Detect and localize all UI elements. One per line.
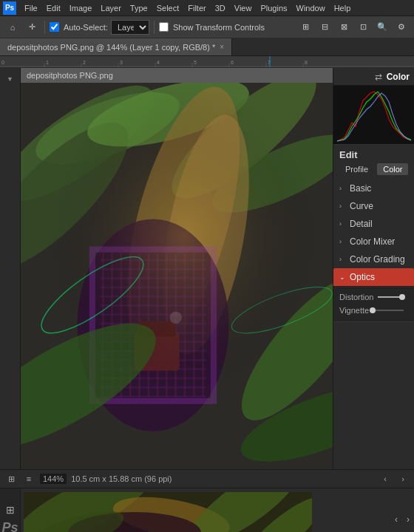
nav-next-icon[interactable]: › bbox=[396, 472, 410, 485]
zoom-display: 144% bbox=[40, 474, 67, 484]
svg-text:3: 3 bbox=[120, 60, 123, 65]
menu-select[interactable]: Select bbox=[153, 2, 183, 14]
section-color-grading[interactable]: › Color Grading bbox=[333, 250, 414, 268]
basic-label: Basic bbox=[350, 183, 408, 194]
color-grading-label: Color Grading bbox=[350, 254, 408, 265]
thumb-svg bbox=[24, 492, 312, 532]
search-btn[interactable]: 🔍 bbox=[374, 19, 390, 35]
transform-checkbox[interactable] bbox=[159, 22, 169, 32]
svg-rect-53 bbox=[24, 492, 312, 532]
fit-icon[interactable]: ⊞ bbox=[4, 472, 18, 485]
edit-panel: Edit Profile Color › Basic › Curve › Det… bbox=[333, 145, 414, 469]
autoselect-label: Auto-Select: bbox=[64, 23, 108, 32]
basic-chevron: › bbox=[339, 185, 347, 192]
color-mixer-chevron: › bbox=[339, 238, 347, 245]
distortion-label: Distortion bbox=[339, 293, 373, 301]
tab-close-button[interactable]: × bbox=[220, 43, 224, 51]
vignette-label: Vignette bbox=[339, 306, 369, 315]
thumb-nav-prev[interactable]: ‹ bbox=[390, 488, 402, 532]
main-area: ▼ depositphotos PNG.png bbox=[0, 68, 414, 469]
menu-image[interactable]: Image bbox=[66, 2, 96, 14]
distortion-thumb[interactable] bbox=[399, 294, 405, 300]
canvas-title: depositphotos PNG.png bbox=[27, 71, 113, 80]
svg-text:8: 8 bbox=[305, 60, 308, 65]
layers-icon[interactable]: ≡ bbox=[22, 472, 35, 485]
arrange-btn1[interactable]: ⊞ bbox=[297, 19, 313, 35]
optics-chevron: ⌄ bbox=[339, 273, 347, 281]
menu-3d[interactable]: 3D bbox=[211, 2, 229, 14]
section-curve[interactable]: › Curve bbox=[333, 197, 414, 215]
color-panel-tab[interactable]: Color bbox=[387, 72, 410, 82]
thumb-icon-ps[interactable]: Ps bbox=[1, 520, 18, 533]
vignette-row: Vignette bbox=[339, 304, 408, 317]
section-detail[interactable]: › Detail bbox=[333, 215, 414, 233]
thumb-left-tools: ⊞ Ps bbox=[0, 488, 21, 532]
menu-plugins[interactable]: Plugins bbox=[257, 2, 291, 14]
left-ruler-toggle[interactable]: ▼ bbox=[2, 71, 18, 87]
menu-help[interactable]: Help bbox=[330, 2, 355, 14]
bottom-strip: ⊞ ≡ 144% 10.5 cm x 15.88 cm (96 ppi) ‹ › bbox=[0, 469, 414, 488]
options-btn[interactable]: ⚙ bbox=[393, 19, 410, 35]
canvas-image bbox=[21, 83, 333, 469]
histogram bbox=[333, 86, 414, 145]
thumb-content: 144% bbox=[21, 488, 390, 532]
color-tab[interactable]: Color bbox=[377, 163, 408, 175]
distortion-slider[interactable] bbox=[378, 296, 404, 298]
menu-view[interactable]: View bbox=[231, 2, 256, 14]
section-optics[interactable]: ⌄ Optics bbox=[333, 268, 414, 286]
toolbar: ⌂ ✛ Auto-Select: Layer Show Transform Co… bbox=[0, 16, 414, 38]
thumbnail-strip: ⊞ Ps 144% ‹ › bbox=[0, 488, 414, 532]
ruler: 0 1 2 3 4 5 6 7 8 bbox=[0, 56, 414, 68]
thumb-icon-layers[interactable]: ⊞ bbox=[6, 504, 15, 516]
svg-text:1: 1 bbox=[46, 60, 49, 65]
left-tools: ▼ bbox=[0, 68, 21, 469]
detail-label: Detail bbox=[350, 219, 408, 229]
svg-rect-44 bbox=[21, 83, 333, 469]
menu-edit[interactable]: Edit bbox=[43, 2, 64, 14]
profile-tab[interactable]: Profile bbox=[339, 163, 374, 175]
section-color-mixer[interactable]: › Color Mixer bbox=[333, 233, 414, 250]
size-display: 10.5 cm x 15.88 cm (96 ppi) bbox=[71, 474, 172, 483]
distortion-row: Distortion bbox=[339, 290, 408, 304]
thumb-nav-next[interactable]: › bbox=[402, 488, 414, 532]
menu-window[interactable]: Window bbox=[293, 2, 329, 14]
arrange-btn3[interactable]: ⊠ bbox=[336, 19, 352, 35]
color-mixer-label: Color Mixer bbox=[350, 236, 408, 247]
tab-bar: depositphotos PNG.png @ 144% (Layer 1 co… bbox=[0, 38, 414, 56]
svg-text:0: 0 bbox=[1, 60, 4, 65]
transform-label: Show Transform Controls bbox=[173, 23, 265, 32]
optics-content: Distortion Vignette bbox=[333, 286, 414, 322]
svg-text:6: 6 bbox=[231, 60, 234, 65]
optics-label: Optics bbox=[350, 272, 408, 282]
edit-title: Edit bbox=[333, 145, 414, 163]
svg-text:5: 5 bbox=[194, 60, 197, 65]
svg-text:4: 4 bbox=[157, 60, 160, 65]
menu-filter[interactable]: Filter bbox=[184, 2, 209, 14]
home-button[interactable]: ⌂ bbox=[4, 19, 21, 35]
arrange-btn4[interactable]: ⊡ bbox=[355, 19, 371, 35]
vignette-slider[interactable] bbox=[373, 310, 404, 311]
autoselect-checkbox[interactable] bbox=[50, 22, 59, 32]
menu-layer[interactable]: Layer bbox=[97, 2, 125, 14]
arrange-btn2[interactable]: ⊟ bbox=[316, 19, 333, 35]
curve-chevron: › bbox=[339, 202, 347, 210]
distortion-fill bbox=[378, 296, 401, 298]
layer-select[interactable]: Layer bbox=[111, 20, 149, 35]
menu-type[interactable]: Type bbox=[126, 2, 152, 14]
separator-1 bbox=[44, 21, 45, 34]
histogram-svg bbox=[333, 86, 414, 145]
panel-header: ⇄ Color bbox=[333, 68, 414, 86]
menu-file[interactable]: File bbox=[21, 2, 41, 14]
section-basic[interactable]: › Basic bbox=[333, 180, 414, 197]
ps-logo: Ps bbox=[3, 1, 16, 15]
document-tab[interactable]: depositphotos PNG.png @ 144% (Layer 1 co… bbox=[0, 38, 232, 55]
nav-prev-icon[interactable]: ‹ bbox=[379, 472, 392, 485]
separator-2 bbox=[154, 21, 155, 34]
svg-text:2: 2 bbox=[83, 60, 86, 65]
vignette-thumb[interactable] bbox=[370, 307, 376, 313]
thumbnail-image: 144% bbox=[24, 492, 312, 532]
canvas-area[interactable]: depositphotos PNG.png bbox=[21, 68, 333, 469]
panel-icon-swap[interactable]: ⇄ bbox=[375, 72, 382, 82]
move-tool[interactable]: ✛ bbox=[24, 19, 40, 35]
right-panel: ⇄ Color Edit Profile Color bbox=[333, 68, 414, 469]
